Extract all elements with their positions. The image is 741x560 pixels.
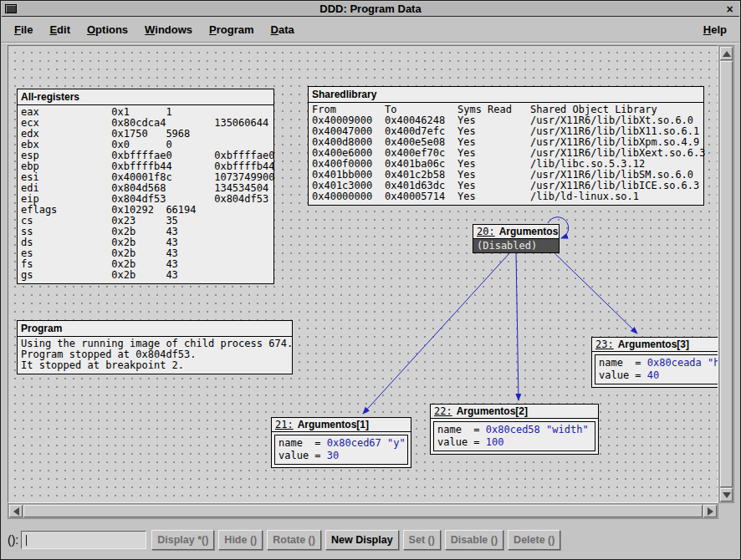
argument-input-wrap bbox=[21, 531, 146, 549]
member-label: name = bbox=[437, 424, 486, 435]
scroll-up-icon bbox=[723, 51, 731, 57]
cell-from: 0x40000000 bbox=[312, 191, 385, 202]
program-display[interactable]: Program Using the running image of child… bbox=[17, 320, 293, 374]
data-display-canvas[interactable]: All-registers eax 0x1 1 ecx 0x80cdca4 13… bbox=[8, 45, 718, 503]
edge-20-to-23 bbox=[550, 249, 637, 333]
display-number[interactable]: 21: bbox=[275, 419, 294, 430]
new-display-button[interactable]: New Display bbox=[325, 530, 399, 550]
menu-edit[interactable]: Edit bbox=[41, 19, 79, 40]
delete-button[interactable]: Delete () bbox=[508, 530, 560, 550]
display-22-title: 22:Argumentos[2] bbox=[431, 405, 598, 419]
close-icon[interactable]: × bbox=[723, 2, 737, 16]
display-number[interactable]: 20: bbox=[477, 226, 495, 237]
horizontal-scrollbar-thumb[interactable] bbox=[23, 505, 703, 517]
rotate-button[interactable]: Rotate () bbox=[267, 530, 321, 550]
struct-members: name = 0x80ceada "h value = 40 bbox=[595, 354, 718, 384]
member-name: name = 0x80ced67 "y" bbox=[279, 437, 404, 450]
menu-file[interactable]: File bbox=[6, 19, 41, 40]
registers-display[interactable]: All-registers eax 0x1 1 ecx 0x80cdca4 13… bbox=[17, 89, 274, 284]
registers-table: eax 0x1 1 ecx 0x80cdca4 135060644 edx 0x… bbox=[18, 105, 273, 283]
scroll-down-button[interactable] bbox=[720, 488, 733, 501]
menubar: File Edit Options Windows Program Data H… bbox=[2, 17, 739, 43]
member-label: value = bbox=[437, 436, 486, 448]
sharedlibrary-display[interactable]: Sharedlibrary From To Syms Read Shared O… bbox=[308, 86, 704, 206]
sharedlibrary-title: Sharedlibrary bbox=[309, 87, 703, 103]
titlebar[interactable]: DDD: Program Data × bbox=[2, 2, 739, 17]
member-label: value = bbox=[599, 369, 647, 381]
vertical-scrollbar-thumb[interactable] bbox=[720, 61, 733, 487]
display-name: Argumentos bbox=[499, 226, 559, 237]
display-21-title: 21:Argumentos[1] bbox=[272, 418, 411, 432]
sharedlibrary-table: From To Syms Read Shared Object Library … bbox=[309, 103, 703, 205]
member-value-row: value = 100 bbox=[437, 436, 591, 449]
disable-button[interactable]: Disable () bbox=[445, 530, 503, 550]
hide-button[interactable]: Hide () bbox=[218, 530, 263, 550]
table-row: 0x40000000 0x40005714 Yes /lib/ld-linux.… bbox=[312, 191, 700, 202]
struct-members: name = 0x80ced58 "width" value = 100 bbox=[433, 421, 595, 451]
member-label: value = bbox=[279, 450, 327, 461]
scroll-right-button[interactable] bbox=[703, 505, 717, 517]
horizontal-scrollbar[interactable] bbox=[8, 503, 718, 519]
menu-windows[interactable]: Windows bbox=[136, 19, 201, 40]
edge-20-to-22 bbox=[516, 252, 519, 400]
command-bar: (): Display *() Hide () Rotate () New Di… bbox=[1, 521, 740, 559]
ddd-program-data-window: DDD: Program Data × File Edit Options Wi… bbox=[0, 0, 741, 560]
display-22[interactable]: 22:Argumentos[2] name = 0x80ced58 "width… bbox=[430, 404, 599, 455]
menu-help[interactable]: Help bbox=[695, 19, 735, 40]
member-value: 0x80ced58 "width" bbox=[486, 424, 589, 435]
display-number[interactable]: 22: bbox=[434, 405, 452, 417]
display-20-title: 20:Argumentos bbox=[473, 225, 559, 239]
scroll-right-icon bbox=[708, 507, 713, 516]
struct-members: name = 0x80ced67 "y" value = 30 bbox=[274, 435, 408, 465]
registers-title: All-registers bbox=[18, 89, 273, 105]
display-20-status-badge: (Disabled) bbox=[473, 239, 559, 252]
member-value: 100 bbox=[486, 436, 504, 448]
member-value-row: value = 30 bbox=[279, 450, 404, 462]
member-value: 30 bbox=[327, 450, 339, 461]
set-button[interactable]: Set () bbox=[403, 530, 441, 550]
member-value: 40 bbox=[647, 369, 659, 381]
member-value: 0x80ceada "h bbox=[647, 357, 718, 369]
member-name: name = 0x80ceada "h bbox=[599, 357, 718, 369]
member-value-row: value = 40 bbox=[599, 369, 718, 382]
menu-options[interactable]: Options bbox=[79, 19, 136, 40]
display-name: Argumentos[2] bbox=[457, 405, 528, 417]
argument-input[interactable] bbox=[22, 532, 146, 548]
display-23[interactable]: 23:Argumentos[3] name = 0x80ceada "h val… bbox=[591, 337, 718, 388]
display-node-20[interactable]: 20:Argumentos (Disabled) bbox=[473, 224, 560, 253]
display-deref-button[interactable]: Display *() bbox=[151, 530, 214, 550]
member-name: name = 0x80ced58 "width" bbox=[437, 424, 591, 436]
member-value: 0x80ced67 "y" bbox=[327, 437, 406, 449]
scroll-down-icon bbox=[723, 492, 731, 498]
program-status-text: Using the running image of child process… bbox=[18, 337, 292, 374]
text-caret bbox=[26, 535, 27, 546]
scroll-left-button[interactable] bbox=[9, 505, 23, 517]
menu-data[interactable]: Data bbox=[263, 19, 303, 40]
display-name: Argumentos[3] bbox=[618, 339, 689, 350]
display-name: Argumentos[1] bbox=[298, 419, 369, 430]
member-label: name = bbox=[279, 437, 327, 449]
edge-20-to-21 bbox=[363, 252, 510, 414]
cell-lib: /lib/ld-linux.so.1 bbox=[530, 191, 639, 202]
display-number[interactable]: 23: bbox=[595, 339, 614, 350]
scroll-up-button[interactable] bbox=[720, 47, 733, 60]
window-title: DDD: Program Data bbox=[2, 3, 739, 15]
display-21[interactable]: 21:Argumentos[1] name = 0x80ced67 "y" va… bbox=[271, 417, 411, 468]
vertical-scrollbar[interactable] bbox=[718, 45, 734, 503]
menu-program[interactable]: Program bbox=[201, 19, 262, 40]
cell-syms: Yes bbox=[457, 191, 530, 202]
display-23-title: 23:Argumentos[3] bbox=[592, 338, 718, 352]
program-title: Program bbox=[18, 321, 292, 337]
cell-to: 0x40005714 bbox=[385, 191, 457, 202]
member-label: name = bbox=[599, 357, 647, 369]
argument-prompt: (): bbox=[8, 533, 18, 547]
scroll-left-icon bbox=[13, 507, 19, 516]
